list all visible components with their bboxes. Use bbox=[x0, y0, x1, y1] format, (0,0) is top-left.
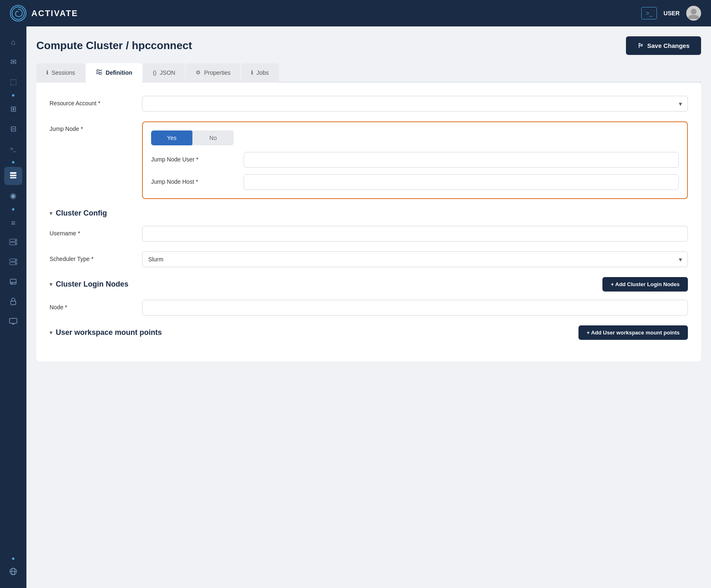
tab-bar: ℹ Sessions Definition {} JSON ⚙ bbox=[36, 63, 701, 83]
sidebar-item-layout[interactable]: ⬚ bbox=[4, 73, 22, 91]
json-tab-icon: {} bbox=[153, 69, 156, 76]
sidebar-item-storage2[interactable] bbox=[4, 254, 22, 272]
svg-rect-3 bbox=[10, 175, 17, 176]
sidebar-dot-3 bbox=[12, 208, 14, 211]
storage1-icon bbox=[9, 239, 17, 247]
cluster-login-nodes-header: ▾ Cluster Login Nodes + Add Cluster Logi… bbox=[50, 277, 688, 292]
nav-left: ACTIVATE bbox=[10, 5, 78, 21]
definition-tab-icon bbox=[96, 69, 102, 76]
sidebar-item-database[interactable] bbox=[4, 167, 22, 185]
sidebar-item-layers[interactable]: ≡ bbox=[4, 214, 22, 232]
sidebar-item-inbox[interactable]: ✉ bbox=[4, 53, 22, 71]
storage2-icon bbox=[9, 258, 17, 267]
tab-definition[interactable]: Definition bbox=[86, 63, 142, 83]
user-workspace-chevron: ▾ bbox=[50, 330, 52, 336]
add-workspace-button[interactable]: + Add User workspace mount points bbox=[578, 325, 688, 340]
home-icon: ⌂ bbox=[11, 38, 16, 47]
svg-rect-17 bbox=[9, 318, 17, 323]
scheduler-type-select[interactable]: Slurm PBS SGE bbox=[142, 251, 688, 267]
user-workspace-title: ▾ User workspace mount points bbox=[50, 328, 162, 337]
definition-tab-label: Definition bbox=[106, 69, 133, 76]
tab-json[interactable]: {} JSON bbox=[143, 63, 185, 83]
cluster-config-title-text: Cluster Config bbox=[56, 209, 107, 218]
svg-point-15 bbox=[12, 283, 12, 284]
jump-node-user-input[interactable] bbox=[244, 152, 679, 168]
jump-node-host-input[interactable] bbox=[244, 174, 679, 190]
properties-tab-icon: ⚙ bbox=[196, 69, 201, 76]
main-content: Compute Cluster / hpcconnect 🏳 Save Chan… bbox=[26, 26, 711, 588]
sidebar-item-storage1[interactable] bbox=[4, 234, 22, 252]
cluster-config-title: ▾ Cluster Config bbox=[50, 209, 107, 218]
tab-sessions[interactable]: ℹ Sessions bbox=[36, 63, 85, 83]
resource-account-select[interactable] bbox=[142, 96, 688, 111]
user-label: USER bbox=[664, 10, 680, 17]
svg-point-8 bbox=[15, 243, 17, 244]
resource-account-control bbox=[142, 96, 688, 111]
scheduler-type-row: Scheduler Type * Slurm PBS SGE bbox=[50, 251, 688, 267]
properties-tab-label: Properties bbox=[204, 69, 230, 76]
jump-node-toggle-row: Yes No bbox=[151, 130, 679, 145]
svg-rect-16 bbox=[11, 301, 16, 305]
app-body: ⌂ ✉ ⬚ ⊞ ⊟ >_ ◉ bbox=[0, 26, 711, 588]
svg-rect-13 bbox=[10, 279, 16, 284]
sidebar-item-location[interactable]: ◉ bbox=[4, 187, 22, 205]
globe-icon bbox=[9, 567, 17, 578]
resource-account-row: Resource Account * bbox=[50, 96, 688, 111]
layers-icon: ≡ bbox=[11, 219, 16, 228]
logo-icon bbox=[10, 5, 26, 21]
flag-icon: 🏳 bbox=[638, 42, 644, 49]
user-workspace-title-text: User workspace mount points bbox=[56, 328, 162, 337]
sidebar-item-packages[interactable]: ⊟ bbox=[4, 120, 22, 138]
jump-node-host-label: Jump Node Host * bbox=[151, 174, 234, 185]
tab-jobs[interactable]: ℹ Jobs bbox=[241, 63, 279, 83]
grid-icon: ⊞ bbox=[10, 104, 17, 114]
sidebar-item-lock[interactable] bbox=[4, 293, 22, 311]
json-tab-label: JSON bbox=[160, 69, 175, 76]
jump-node-host-control bbox=[244, 174, 679, 190]
node-row: Node * bbox=[50, 300, 688, 315]
terminal-button[interactable]: >_ bbox=[641, 7, 657, 19]
cluster-config-header: ▾ Cluster Config bbox=[50, 209, 688, 218]
jump-node-no-button[interactable]: No bbox=[192, 130, 234, 145]
packages-icon: ⊟ bbox=[10, 124, 17, 133]
page-title: Compute Cluster / hpcconnect bbox=[36, 39, 192, 52]
svg-rect-4 bbox=[10, 177, 17, 178]
sidebar-dot-bottom bbox=[12, 557, 14, 560]
terminal-side-icon: >_ bbox=[10, 146, 17, 152]
cluster-login-title-text: Cluster Login Nodes bbox=[56, 280, 128, 289]
sidebar-dot-1 bbox=[12, 94, 14, 97]
sidebar-item-drive[interactable] bbox=[4, 273, 22, 292]
sidebar-dot-2 bbox=[12, 161, 14, 164]
username-input[interactable] bbox=[142, 226, 688, 242]
add-login-nodes-button[interactable]: + Add Cluster Login Nodes bbox=[602, 277, 688, 292]
database-icon bbox=[9, 171, 17, 181]
cluster-login-chevron: ▾ bbox=[50, 281, 52, 287]
username-row: Username * bbox=[50, 226, 688, 242]
user-workspace-header: ▾ User workspace mount points + Add User… bbox=[50, 325, 688, 340]
sidebar-item-globe[interactable] bbox=[4, 563, 22, 581]
save-button-label: Save Changes bbox=[647, 42, 690, 49]
jump-node-user-control bbox=[244, 152, 679, 168]
node-input[interactable] bbox=[142, 300, 688, 315]
drive-icon bbox=[9, 278, 17, 287]
location-icon: ◉ bbox=[10, 191, 17, 200]
terminal-icon: >_ bbox=[646, 10, 652, 17]
sidebar-item-grid[interactable]: ⊞ bbox=[4, 100, 22, 118]
form-card: Resource Account * Jump Node * Yes No bbox=[36, 83, 701, 361]
logo-text: ACTIVATE bbox=[31, 9, 78, 18]
jump-node-host-row: Jump Node Host * bbox=[151, 174, 679, 190]
tab-properties[interactable]: ⚙ Properties bbox=[186, 63, 240, 83]
page-header: Compute Cluster / hpcconnect 🏳 Save Chan… bbox=[36, 36, 701, 55]
cluster-config-chevron: ▾ bbox=[50, 210, 52, 216]
jobs-tab-icon: ℹ bbox=[251, 69, 253, 76]
node-label: Node * bbox=[50, 300, 132, 311]
sidebar: ⌂ ✉ ⬚ ⊞ ⊟ >_ ◉ bbox=[0, 26, 26, 588]
svg-point-1 bbox=[691, 9, 697, 14]
jump-node-yes-button[interactable]: Yes bbox=[151, 130, 192, 145]
scheduler-type-label: Scheduler Type * bbox=[50, 251, 132, 262]
sidebar-item-monitor[interactable] bbox=[4, 313, 22, 331]
save-button[interactable]: 🏳 Save Changes bbox=[626, 36, 701, 55]
nav-right: >_ USER bbox=[641, 6, 701, 21]
sidebar-item-terminal[interactable]: >_ bbox=[4, 140, 22, 158]
sidebar-item-home[interactable]: ⌂ bbox=[4, 33, 22, 51]
